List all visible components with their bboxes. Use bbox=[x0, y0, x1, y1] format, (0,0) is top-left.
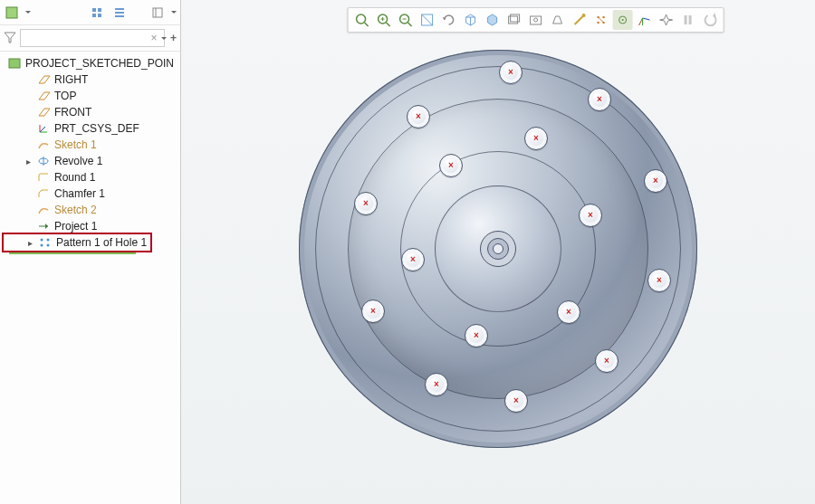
tree-collapse-icon[interactable] bbox=[111, 5, 128, 21]
hole-boss[interactable]: × bbox=[579, 204, 602, 227]
spin-center-icon[interactable] bbox=[439, 10, 459, 30]
hole-mark-icon: × bbox=[566, 308, 571, 317]
svg-line-56 bbox=[639, 18, 643, 25]
stop-icon[interactable] bbox=[700, 10, 720, 30]
tree-item-round[interactable]: Round 1 bbox=[2, 169, 180, 185]
hole-boss[interactable]: × bbox=[557, 300, 580, 324]
hole-mark-icon: × bbox=[370, 307, 376, 316]
tree-label: Sketch 2 bbox=[54, 204, 97, 216]
svg-line-57 bbox=[643, 18, 650, 20]
tree-item-project[interactable]: Project 1 bbox=[2, 218, 180, 234]
tree-item-sketch2[interactable]: Sketch 2 bbox=[2, 202, 180, 218]
expand-icon[interactable]: ▸ bbox=[25, 238, 34, 248]
tree-item-chamfer[interactable]: Chamfer 1 bbox=[2, 185, 180, 202]
hub-hole bbox=[493, 243, 503, 254]
svg-marker-12 bbox=[39, 76, 50, 83]
annotations-icon[interactable] bbox=[591, 10, 611, 30]
hole-mark-icon: × bbox=[653, 176, 658, 185]
filter-dropdown-icon[interactable] bbox=[161, 37, 167, 40]
datum-display-icon[interactable] bbox=[613, 10, 633, 30]
render-icon[interactable] bbox=[570, 10, 590, 30]
add-filter-icon[interactable]: + bbox=[170, 32, 177, 44]
clear-filter-icon[interactable]: × bbox=[150, 32, 158, 44]
hole-mark-icon: × bbox=[448, 161, 454, 170]
svg-point-50 bbox=[602, 16, 605, 19]
axis-display-icon[interactable] bbox=[635, 10, 655, 30]
svg-point-23 bbox=[47, 239, 50, 242]
svg-line-17 bbox=[40, 127, 45, 132]
hole-boss[interactable]: × bbox=[647, 269, 671, 292]
svg-point-48 bbox=[582, 14, 586, 17]
svg-point-51 bbox=[597, 22, 599, 24]
svg-line-31 bbox=[387, 23, 390, 26]
svg-point-55 bbox=[622, 19, 624, 21]
tree-label: Project 1 bbox=[54, 220, 97, 233]
tree-root[interactable]: PROJECT_SKETCHED_POIN bbox=[2, 55, 180, 71]
svg-marker-46 bbox=[553, 16, 562, 24]
hole-boss[interactable]: × bbox=[361, 300, 385, 323]
hole-boss[interactable]: × bbox=[588, 88, 611, 111]
hole-boss[interactable]: × bbox=[354, 192, 378, 215]
svg-line-36 bbox=[422, 14, 433, 25]
svg-marker-10 bbox=[5, 33, 15, 43]
svg-point-24 bbox=[41, 244, 43, 247]
hole-mark-icon: × bbox=[513, 396, 519, 405]
svg-rect-60 bbox=[685, 15, 687, 24]
hole-boss[interactable]: × bbox=[499, 61, 523, 84]
tree-item-pattern-hole[interactable]: ▸ Pattern 1 of Hole 1 bbox=[4, 234, 150, 251]
hole-boss[interactable]: × bbox=[465, 324, 488, 347]
svg-rect-3 bbox=[98, 8, 101, 12]
tree-file-icon[interactable] bbox=[4, 5, 20, 21]
svg-line-34 bbox=[408, 23, 412, 26]
tree-expand-icon[interactable] bbox=[90, 5, 106, 21]
sketch-icon bbox=[36, 138, 51, 151]
view-toolbar bbox=[348, 7, 724, 33]
hole-boss[interactable]: × bbox=[595, 349, 618, 373]
svg-rect-8 bbox=[153, 8, 162, 17]
tree-item-revolve[interactable]: ▸ Revolve 1 bbox=[2, 153, 180, 169]
explode-icon[interactable] bbox=[657, 10, 676, 30]
display-style-icon[interactable] bbox=[483, 10, 503, 30]
tree-item-csys[interactable]: PRT_CSYS_DEF bbox=[2, 120, 180, 137]
tree-item-sketch1[interactable]: Sketch 1 bbox=[2, 137, 180, 153]
refit-icon[interactable] bbox=[352, 10, 372, 30]
hole-boss[interactable]: × bbox=[504, 389, 528, 413]
tree-item-top[interactable]: TOP bbox=[2, 88, 180, 104]
tree-label: Sketch 1 bbox=[54, 138, 97, 151]
tree-item-front[interactable]: FRONT bbox=[2, 104, 180, 120]
revolve-icon bbox=[36, 155, 51, 167]
datum-plane-icon bbox=[36, 106, 51, 119]
filter-icon[interactable] bbox=[4, 31, 16, 45]
expand-icon[interactable]: ▸ bbox=[24, 157, 33, 166]
perspective-icon[interactable] bbox=[548, 10, 568, 30]
named-views-icon[interactable] bbox=[461, 10, 481, 30]
zoom-out-icon[interactable] bbox=[396, 10, 416, 30]
svg-rect-4 bbox=[98, 14, 101, 17]
image-capture-icon[interactable] bbox=[526, 10, 546, 30]
svg-marker-59 bbox=[660, 14, 673, 25]
tree-item-right[interactable]: RIGHT bbox=[2, 71, 180, 88]
zoom-in-icon[interactable] bbox=[374, 10, 394, 30]
svg-rect-0 bbox=[6, 7, 17, 18]
pause-icon[interactable] bbox=[678, 10, 698, 30]
tree-filter-input[interactable] bbox=[20, 29, 165, 47]
svg-marker-41 bbox=[488, 14, 497, 25]
tree-insert-indicator[interactable] bbox=[9, 252, 136, 254]
repaint-icon[interactable] bbox=[417, 10, 437, 30]
tree-settings-icon[interactable] bbox=[149, 5, 166, 21]
hole-boss[interactable]: × bbox=[644, 169, 667, 193]
hole-boss[interactable]: × bbox=[407, 105, 430, 128]
round-icon bbox=[36, 171, 51, 184]
hole-boss[interactable]: × bbox=[524, 127, 548, 150]
hole-boss[interactable]: × bbox=[439, 154, 463, 177]
hole-mark-icon: × bbox=[416, 112, 421, 121]
dropdown-icon bbox=[171, 11, 177, 14]
svg-point-26 bbox=[357, 14, 366, 24]
hole-boss[interactable]: × bbox=[401, 248, 425, 271]
svg-line-27 bbox=[365, 23, 369, 26]
graphics-viewport[interactable]: ×××××××××××××××× bbox=[181, 0, 815, 504]
tree-label: TOP bbox=[54, 90, 76, 102]
hole-boss[interactable]: × bbox=[425, 373, 448, 396]
model-part[interactable]: ×××××××××××××××× bbox=[299, 50, 697, 448]
saved-orient-icon[interactable] bbox=[504, 10, 524, 30]
